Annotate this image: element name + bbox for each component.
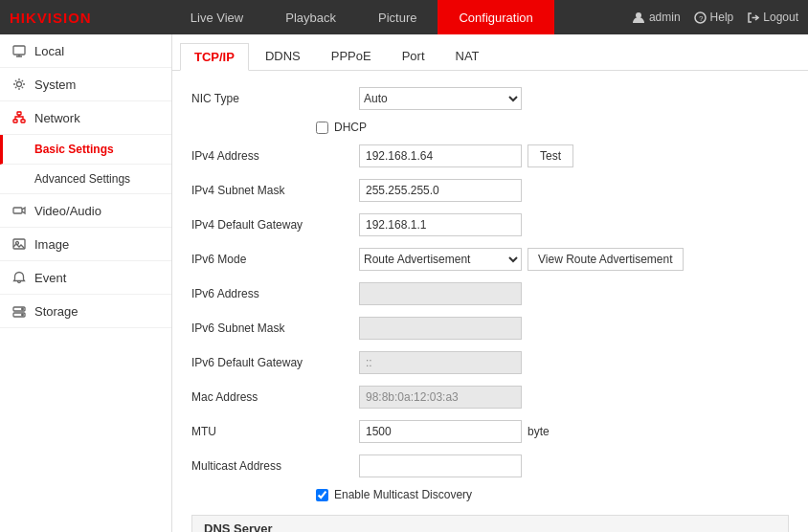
multicast-row: Multicast Address xyxy=(191,454,789,478)
tab-tcpip[interactable]: TCP/IP xyxy=(180,43,249,71)
help-button[interactable]: ? Help xyxy=(694,11,734,24)
nic-type-label: NIC Type xyxy=(191,92,359,105)
nav-playback[interactable]: Playback xyxy=(264,0,357,34)
ipv4-subnet-label: IPv4 Subnet Mask xyxy=(191,184,359,197)
sidebar-item-video-audio[interactable]: Video/Audio xyxy=(0,194,171,228)
svg-rect-6 xyxy=(13,120,17,122)
dns-section-header: DNS Server xyxy=(191,515,789,532)
svg-rect-8 xyxy=(13,208,22,213)
logout-label: Logout xyxy=(763,11,798,24)
nic-type-row: NIC Type Auto xyxy=(191,86,789,111)
dhcp-checkbox[interactable] xyxy=(316,122,328,134)
sidebar-label-video-audio: Video/Audio xyxy=(34,204,101,218)
tab-nat[interactable]: NAT xyxy=(441,42,494,70)
enable-multicast-checkbox[interactable] xyxy=(316,489,328,501)
svg-point-14 xyxy=(22,314,24,316)
image-icon xyxy=(11,236,27,252)
ipv6-mode-label: IPv6 Mode xyxy=(191,253,359,266)
ipv6-mode-select[interactable]: Route Advertisement xyxy=(359,248,522,271)
mtu-input[interactable] xyxy=(359,420,522,443)
sidebar-label-local: Local xyxy=(34,44,64,58)
ipv6-address-label: IPv6 Address xyxy=(191,287,359,300)
sidebar-item-local[interactable]: Local xyxy=(0,34,171,68)
ipv6-gateway-label: IPv6 Default Gateway xyxy=(191,356,359,369)
ipv6-subnet-label: IPv6 Subnet Mask xyxy=(191,321,359,335)
sidebar-item-storage[interactable]: Storage xyxy=(0,295,171,328)
enable-multicast-label[interactable]: Enable Multicast Discovery xyxy=(334,488,472,501)
user-icon: admin xyxy=(632,11,681,24)
logout-button[interactable]: Logout xyxy=(747,11,798,24)
main-layout: Local System Network Basic Settings Adva… xyxy=(0,34,808,532)
ipv4-gateway-input[interactable] xyxy=(359,213,522,236)
view-route-button[interactable]: View Route Advertisement xyxy=(527,248,684,271)
storage-icon xyxy=(11,303,27,319)
dhcp-row: DHCP xyxy=(191,121,789,134)
mtu-unit: byte xyxy=(527,425,550,438)
tab-pppoe[interactable]: PPPoE xyxy=(317,42,386,70)
bell-icon xyxy=(11,270,27,285)
tab-ddns[interactable]: DDNS xyxy=(251,42,315,70)
test-button[interactable]: Test xyxy=(527,144,573,167)
ipv6-address-input[interactable] xyxy=(359,282,522,305)
network-icon xyxy=(11,110,27,125)
sidebar-item-network[interactable]: Network xyxy=(0,101,171,135)
sidebar-item-event[interactable]: Event xyxy=(0,261,171,295)
sidebar: Local System Network Basic Settings Adva… xyxy=(0,34,172,532)
sidebar-item-advanced-settings[interactable]: Advanced Settings xyxy=(0,165,171,194)
nav-live-view[interactable]: Live View xyxy=(169,0,264,34)
ipv6-mode-row: IPv6 Mode Route Advertisement View Route… xyxy=(191,247,789,272)
mac-address-input xyxy=(359,386,522,409)
multicast-input[interactable] xyxy=(359,454,522,477)
svg-rect-3 xyxy=(13,46,25,55)
nav-configuration[interactable]: Configuration xyxy=(438,0,553,34)
sidebar-label-system: System xyxy=(34,78,76,92)
tab-bar: TCP/IP DDNS PPPoE Port NAT xyxy=(172,34,808,71)
ipv4-gateway-label: IPv4 Default Gateway xyxy=(191,218,359,232)
svg-rect-5 xyxy=(17,112,21,115)
top-nav-right: admin ? Help Logout xyxy=(632,11,798,24)
ipv6-subnet-input[interactable] xyxy=(359,317,522,340)
sidebar-label-storage: Storage xyxy=(34,304,79,319)
sidebar-item-system[interactable]: System xyxy=(0,68,171,101)
svg-point-4 xyxy=(17,82,22,87)
dhcp-label[interactable]: DHCP xyxy=(334,121,367,134)
form-area: NIC Type Auto DHCP IPv4 Address Test IPv… xyxy=(172,71,808,532)
mac-address-row: Mac Address xyxy=(191,385,789,410)
ipv4-gateway-row: IPv4 Default Gateway xyxy=(191,212,789,237)
svg-text:?: ? xyxy=(699,14,704,23)
ipv6-gateway-row: IPv6 Default Gateway xyxy=(191,350,789,375)
help-label: Help xyxy=(710,11,734,24)
multicast-label: Multicast Address xyxy=(191,459,359,473)
sidebar-label-image: Image xyxy=(34,237,69,252)
brand-logo-accent: HIK xyxy=(10,10,37,26)
nav-picture[interactable]: Picture xyxy=(357,0,438,34)
admin-label: admin xyxy=(649,11,681,24)
ipv4-address-label: IPv4 Address xyxy=(191,149,359,163)
mtu-row: MTU byte xyxy=(191,419,789,444)
gear-icon xyxy=(11,77,27,92)
ipv4-address-row: IPv4 Address Test xyxy=(191,144,789,168)
ipv4-subnet-input[interactable] xyxy=(359,179,522,202)
mtu-label: MTU xyxy=(191,425,359,438)
sidebar-item-image[interactable]: Image xyxy=(0,228,171,261)
brand-logo: HIKVISION xyxy=(10,10,92,26)
svg-point-13 xyxy=(22,308,24,310)
tab-port[interactable]: Port xyxy=(388,42,439,70)
multicast-discovery-row: Enable Multicast Discovery xyxy=(191,488,789,501)
ipv6-gateway-input[interactable] xyxy=(359,351,522,374)
svg-rect-7 xyxy=(21,120,25,122)
nic-type-select[interactable]: Auto xyxy=(359,87,522,110)
mac-address-label: Mac Address xyxy=(191,390,359,404)
top-navigation: HIKVISION Live View Playback Picture Con… xyxy=(0,0,808,34)
brand-logo-text: VISION xyxy=(37,10,92,26)
sidebar-label-network: Network xyxy=(34,111,80,125)
video-icon xyxy=(11,203,27,218)
ipv4-address-input[interactable] xyxy=(359,144,522,167)
monitor-icon xyxy=(11,43,27,58)
ipv6-subnet-row: IPv6 Subnet Mask xyxy=(191,316,789,341)
sidebar-item-basic-settings[interactable]: Basic Settings xyxy=(0,135,171,165)
ipv4-subnet-row: IPv4 Subnet Mask xyxy=(191,178,789,203)
main-content: TCP/IP DDNS PPPoE Port NAT NIC Type Auto… xyxy=(172,34,808,532)
top-nav-menu: Live View Playback Picture Configuration xyxy=(92,0,632,34)
sidebar-label-event: Event xyxy=(34,271,66,285)
